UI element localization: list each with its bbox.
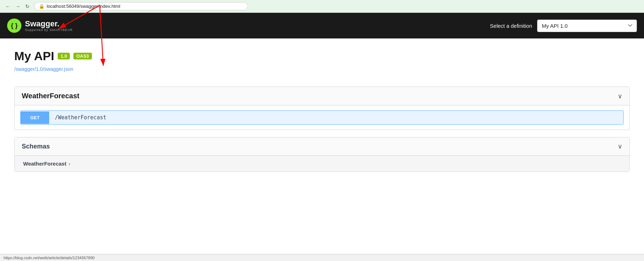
browser-nav: ← → ↻ bbox=[4, 3, 31, 10]
forward-button[interactable]: → bbox=[14, 3, 22, 10]
endpoint-path: /WeatherForecast bbox=[49, 111, 112, 124]
definition-label: Select a definition bbox=[490, 23, 532, 29]
endpoint-get-weatherforecast[interactable]: GET /WeatherForecast bbox=[20, 110, 624, 125]
swagger-header: { } Swagger. Supported by SMARTBEAR Sele… bbox=[0, 13, 644, 38]
reload-button[interactable]: ↻ bbox=[24, 3, 31, 10]
method-badge-get: GET bbox=[21, 111, 49, 124]
schemas-section: Schemas ∨ WeatherForecast › bbox=[14, 137, 630, 172]
definition-select[interactable]: My API 1.0 bbox=[537, 20, 637, 32]
schemas-title: Schemas bbox=[22, 143, 50, 150]
definition-selector: Select a definition My API 1.0 bbox=[490, 20, 637, 32]
weatherforecast-header[interactable]: WeatherForecast ∨ bbox=[15, 87, 629, 105]
oas-badge: OAS3 bbox=[73, 53, 92, 59]
swagger-subtitle: Supported by SMARTBEAR bbox=[25, 28, 73, 32]
swagger-brand-icon: { } bbox=[7, 19, 21, 33]
back-button[interactable]: ← bbox=[4, 3, 12, 10]
api-title-row: My API 1.0 OAS3 bbox=[14, 49, 630, 63]
api-link[interactable]: /swagger/1.0/swagger.json bbox=[14, 66, 73, 72]
browser-chrome: ← → ↻ 🔒 localhost:56049/swagger/index.ht… bbox=[0, 0, 644, 13]
weatherforecast-chevron: ∨ bbox=[618, 92, 622, 100]
api-title-section: My API 1.0 OAS3 /swagger/1.0/swagger.jso… bbox=[0, 38, 644, 79]
weatherforecast-title: WeatherForecast bbox=[22, 92, 79, 100]
schema-item-weatherforecast[interactable]: WeatherForecast › bbox=[15, 156, 629, 172]
schemas-chevron: ∨ bbox=[618, 142, 622, 150]
schemas-header[interactable]: Schemas ∨ bbox=[15, 137, 629, 156]
main-content: My API 1.0 OAS3 /swagger/1.0/swagger.jso… bbox=[0, 38, 644, 253]
version-badge: 1.0 bbox=[58, 53, 70, 59]
address-bar[interactable]: 🔒 localhost:56049/swagger/index.html bbox=[34, 2, 248, 10]
swagger-title: Swagger. bbox=[25, 20, 73, 28]
schema-name: WeatherForecast bbox=[23, 161, 66, 167]
api-name: My API bbox=[14, 49, 54, 63]
weatherforecast-section: WeatherForecast ∨ GET /WeatherForecast bbox=[14, 87, 630, 130]
url-text: localhost:56049/swagger/index.html bbox=[47, 4, 120, 9]
swagger-text: Swagger. Supported by SMARTBEAR bbox=[25, 20, 73, 32]
schema-expand-arrow: › bbox=[68, 161, 70, 167]
lock-icon: 🔒 bbox=[39, 4, 45, 9]
swagger-logo: { } Swagger. Supported by SMARTBEAR bbox=[7, 19, 73, 33]
